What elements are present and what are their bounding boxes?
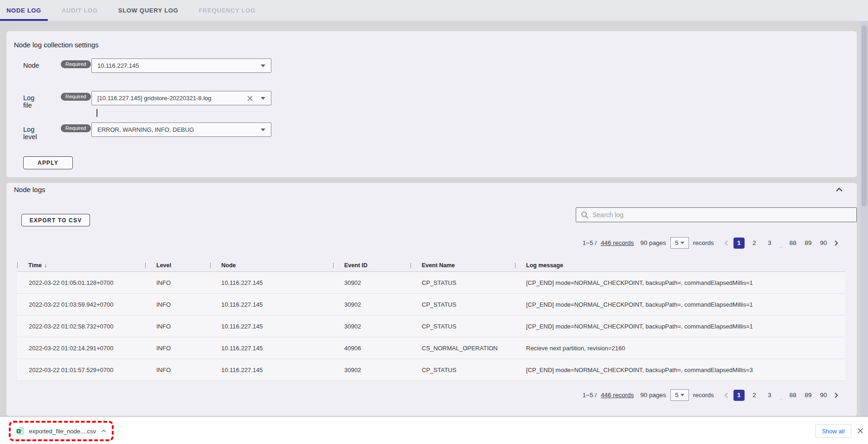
logfile-select[interactable]: [10.116.227.145] gridstore-20220321-8.lo… [91, 91, 271, 105]
cell-event-name: CP_STATUS [411, 279, 515, 286]
tab-node-log[interactable]: NODE LOG [0, 0, 48, 21]
cell-time: 2022-03-22 01:05:01.128+0700 [17, 279, 145, 286]
collapse-chevron-up-icon[interactable] [835, 187, 843, 193]
page-button-1[interactable]: 1 [733, 390, 745, 401]
chevron-down-icon [261, 97, 265, 100]
cell-log-message: [CP_END] mode=NORMAL_CHECKPOINT, backupP… [515, 323, 845, 330]
tab-audit-log[interactable]: AUDIT LOG [55, 0, 104, 21]
close-download-bar-icon[interactable] [857, 427, 864, 434]
chevron-down-icon [261, 64, 265, 67]
settings-title: Node log collection settings [14, 41, 99, 49]
page-size-value: 5 [675, 392, 679, 399]
table-row: 2022-03-22 01:02:58.732+0700 INFO 10.116… [17, 315, 845, 337]
required-badge: Required [61, 93, 91, 101]
node-logs-title: Node logs [14, 186, 45, 193]
tab-bar: NODE LOG AUDIT LOG SLOW QUERY LOG FREQUE… [0, 0, 868, 21]
scrollbar-thumb[interactable] [862, 26, 867, 206]
table-row: 2022-03-22 01:05:01.128+0700 INFO 10.116… [17, 272, 845, 294]
records-count-link[interactable]: 446 records [601, 239, 634, 246]
page-button-90[interactable]: 90 [818, 390, 829, 401]
cell-log-message: Recieve next partition, revision=2160 [515, 345, 845, 352]
cell-level: INFO [145, 345, 210, 352]
cell-time: 2022-03-22 01:03:59.942+0700 [17, 301, 145, 308]
text-cursor [96, 109, 97, 117]
cell-event-id: 40906 [333, 345, 411, 352]
loglevel-label: Log level [23, 126, 37, 141]
cell-log-message: [CP_END] mode=NORMAL_CHECKPOINT, backupP… [515, 367, 845, 373]
pagination-bottom: 1~5 / 446 records 90 pages 5 records 1 2… [583, 389, 840, 401]
column-header-log-message[interactable]: Log message [515, 262, 845, 269]
scrollbar-track[interactable] [861, 21, 868, 444]
page-button-1[interactable]: 1 [733, 238, 745, 249]
chevron-down-icon [681, 394, 684, 396]
cell-level: INFO [145, 279, 210, 286]
page-button-2[interactable]: 2 [749, 390, 760, 401]
pages-count: 90 pages [640, 392, 666, 399]
cell-level: INFO [145, 323, 210, 330]
column-header-level[interactable]: Level [145, 262, 210, 269]
node-label: Node [23, 62, 39, 69]
svg-text:X: X [18, 429, 20, 432]
export-to-csv-button[interactable]: EXPORT TO CSV [21, 214, 90, 226]
record-range: 1~5 / [583, 239, 597, 246]
page-size-select[interactable]: 5 [670, 237, 689, 249]
next-page-icon[interactable] [833, 392, 840, 399]
clear-icon[interactable] [247, 95, 253, 102]
excel-file-icon: X [16, 426, 24, 436]
cell-node: 10.116.227.145 [210, 367, 333, 373]
cell-node: 10.116.227.145 [210, 279, 333, 286]
search-input[interactable] [592, 211, 852, 219]
column-header-event-id[interactable]: Event ID [333, 262, 411, 269]
page-button-3[interactable]: 3 [764, 390, 775, 401]
cell-node: 10.116.227.145 [210, 323, 333, 330]
page-button-88[interactable]: 88 [787, 238, 798, 249]
pagination-top: 1~5 / 446 records 90 pages 5 records 1 2… [583, 237, 840, 249]
prev-page-icon[interactable] [723, 240, 729, 246]
show-all-button[interactable]: Show all [815, 424, 851, 438]
page-button-89[interactable]: 89 [803, 390, 814, 401]
records-label: records [693, 392, 714, 399]
cell-time: 2022-03-22 01:01:57.529+0700 [17, 367, 145, 373]
loglevel-select-value: ERROR, WARNING, INFO, DEBUG [97, 126, 256, 133]
logfile-label: Log file [23, 94, 34, 109]
download-item-divider [118, 421, 118, 440]
settings-panel: Node log collection settings Node Requir… [6, 31, 857, 177]
cell-log-message: [CP_END] mode=NORMAL_CHECKPOINT, backupP… [515, 301, 845, 308]
tab-frequency-log[interactable]: FREQUENCY LOG [192, 0, 262, 21]
page-button-89[interactable]: 89 [803, 238, 814, 249]
column-header-event-name[interactable]: Event Name [411, 262, 515, 269]
page-button-90[interactable]: 90 [818, 238, 829, 249]
records-count-link[interactable]: 446 records [601, 392, 634, 399]
cell-event-name: CP_STATUS [411, 323, 515, 330]
prev-page-icon[interactable] [723, 392, 729, 399]
node-select[interactable]: 10.116.227.145 [91, 58, 271, 73]
table-row: 2022-03-22 01:02:14.291+0700 INFO 10.116… [17, 337, 845, 359]
node-select-value: 10.116.227.145 [97, 62, 256, 69]
next-page-icon[interactable] [833, 240, 840, 246]
chevron-down-icon [261, 129, 265, 131]
record-range: 1~5 / [583, 392, 597, 399]
cell-event-id: 30902 [333, 301, 411, 308]
download-filename: exported_file_node....csv [29, 428, 96, 435]
table-row: 2022-03-22 01:03:59.942+0700 INFO 10.116… [17, 294, 845, 315]
page-button-3[interactable]: 3 [764, 238, 775, 249]
download-item[interactable]: X exported_file_node....csv [9, 421, 114, 441]
page-size-value: 5 [675, 239, 679, 246]
screen: NODE LOG AUDIT LOG SLOW QUERY LOG FREQUE… [0, 0, 868, 444]
page-button-88[interactable]: 88 [787, 390, 798, 401]
pagination-ellipsis: .. [779, 395, 783, 401]
cell-level: INFO [145, 301, 210, 308]
node-logs-panel: Node logs EXPORT TO CSV 1~5 / 446 record… [6, 183, 857, 416]
apply-button[interactable]: APPLY [23, 156, 73, 169]
page-size-select[interactable]: 5 [670, 389, 689, 401]
page-button-2[interactable]: 2 [749, 238, 760, 249]
chevron-down-icon [681, 242, 684, 244]
column-header-time[interactable]: Time ↓ [17, 262, 145, 269]
loglevel-select[interactable]: ERROR, WARNING, INFO, DEBUG [91, 122, 271, 137]
required-badge: Required [61, 60, 91, 68]
download-menu-chevron-up-icon[interactable] [101, 429, 106, 433]
column-header-node[interactable]: Node [210, 262, 333, 269]
required-badge: Required [61, 124, 91, 132]
cell-event-name: CS_NORMAL_OPERATION [411, 345, 515, 352]
tab-slow-query-log[interactable]: SLOW QUERY LOG [112, 0, 185, 21]
